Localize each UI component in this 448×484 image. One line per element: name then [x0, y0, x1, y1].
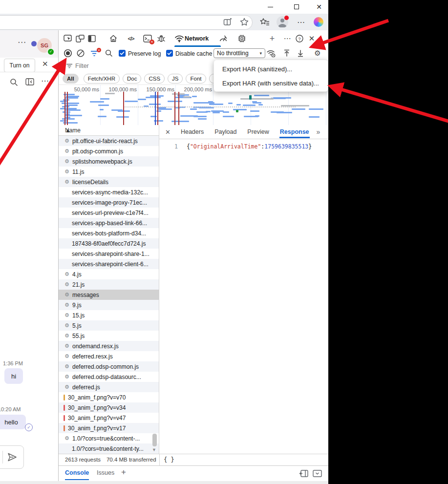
details-tab-payload[interactable]: Payload — [214, 126, 237, 138]
copilot-icon[interactable] — [314, 17, 323, 27]
dismiss-banner-icon[interactable]: ✕ — [42, 60, 48, 68]
clear-icon[interactable] — [77, 49, 85, 58]
more-tabs-icon[interactable]: » — [317, 128, 320, 136]
menu-item[interactable]: Export HAR (with sensitive data)... — [214, 76, 328, 90]
browser-more-icon[interactable]: ⋯ — [297, 18, 305, 27]
favorite-star-icon[interactable] — [240, 18, 249, 26]
memory-chip-icon[interactable] — [237, 34, 246, 43]
message-input[interactable] — [0, 445, 24, 469]
type-filter-chip[interactable]: Fetch/XHR — [84, 74, 120, 84]
table-row[interactable]: ⚙plt.office-ui-fabric-react.js — [59, 136, 159, 146]
turn-on-button[interactable]: Turn on — [4, 59, 35, 72]
device-emulation-icon[interactable] — [76, 35, 85, 42]
add-drawer-tab-icon[interactable]: + — [121, 467, 126, 477]
table-row[interactable]: ⚙licenseDetails — [59, 177, 159, 187]
elements-tab-icon[interactable]: </> — [128, 36, 134, 42]
table-row[interactable]: ⚙splistshomewebpack.js — [59, 156, 159, 167]
activity-bar-icon[interactable] — [88, 35, 96, 42]
export-har-icon[interactable] — [297, 49, 304, 57]
close-devtools-icon[interactable]: ✕ — [309, 34, 315, 43]
chat-search-icon[interactable] — [10, 78, 18, 86]
help-icon[interactable]: ? — [296, 35, 304, 43]
disable-cache-label[interactable]: Disable cache — [175, 50, 212, 57]
table-row[interactable]: ⚙5.js — [59, 320, 159, 331]
close-details-icon[interactable]: ✕ — [165, 128, 171, 136]
table-row[interactable]: services-app-based-link-66... — [59, 218, 159, 228]
table-row[interactable]: ⚙deferred.resx.js — [59, 351, 159, 361]
table-row[interactable]: ⚙21.js — [59, 279, 159, 290]
preserve-log-label[interactable]: Preserve log — [128, 50, 161, 57]
type-filter-chip[interactable]: Doc — [123, 74, 141, 84]
format-response-button[interactable]: { } — [159, 454, 174, 466]
debugger-icon[interactable] — [157, 35, 166, 42]
name-column-header[interactable]: Name ▲ — [59, 125, 159, 136]
table-row[interactable]: ⚙11.js — [59, 167, 159, 177]
type-filter-chip[interactable]: Font — [186, 74, 206, 84]
details-tab-headers[interactable]: Headers — [180, 126, 204, 138]
table-row[interactable]: ⚙9.js — [59, 300, 159, 310]
type-filter-chip[interactable]: CSS — [144, 74, 165, 84]
table-row[interactable]: 30_anim_f.png?v=v47 — [59, 413, 159, 423]
welcome-home-icon[interactable] — [109, 35, 118, 42]
performance-icon[interactable] — [219, 35, 228, 42]
filter-input[interactable]: Filter — [75, 63, 89, 69]
devtools-more-icon[interactable]: ⋯ — [284, 34, 291, 43]
address-bar[interactable] — [0, 15, 253, 30]
tab-console[interactable]: Console — [65, 469, 89, 480]
minimize-button[interactable] — [263, 1, 277, 13]
table-row[interactable]: services-image-proxy-71ec... — [59, 197, 159, 208]
table-row[interactable]: ⚙deferred.odsp-common.js — [59, 361, 159, 372]
table-row[interactable]: 30_anim_f.png?v=v17 — [59, 423, 159, 433]
import-har-icon[interactable] — [283, 49, 290, 57]
type-filter-chip[interactable]: JS — [168, 74, 183, 84]
chat-message[interactable]: hello — [0, 415, 26, 429]
network-search-icon[interactable] — [105, 49, 113, 57]
table-row[interactable]: 187438-6f0aef0fecc7d724.js — [59, 238, 159, 249]
table-row[interactable]: ⚙ondemand.resx.js — [59, 341, 159, 351]
dock-side-icon[interactable] — [299, 470, 308, 477]
table-row[interactable]: ⚙plt.odsp-common.js — [59, 146, 159, 156]
table-row[interactable]: services-sharepoint-share-1... — [59, 249, 159, 259]
table-row[interactable]: 1.0/?cors=true&content-ty... — [59, 443, 159, 454]
type-filter-chip[interactable]: All — [63, 74, 79, 84]
table-row[interactable]: 30_anim_f.png?v=v34 — [59, 402, 159, 413]
chat-more-icon[interactable]: ⋯ — [41, 76, 49, 85]
preserve-log-checkbox[interactable] — [119, 50, 126, 57]
profile-avatar[interactable] — [277, 16, 288, 28]
gear-icon: ⚙ — [64, 281, 71, 288]
table-row[interactable]: 30_anim_f.png?v=v70 — [59, 392, 159, 402]
table-row[interactable]: ⚙4.js — [59, 269, 159, 279]
menu-item[interactable]: Export HAR (sanitized)... — [214, 62, 328, 76]
collapse-drawer-icon[interactable] — [313, 470, 322, 477]
scrollbar-thumb[interactable] — [152, 434, 157, 446]
table-row[interactable]: ⚙15.js — [59, 310, 159, 320]
network-conditions-icon[interactable] — [266, 49, 276, 58]
open-pane-icon[interactable] — [25, 78, 34, 85]
record-icon[interactable] — [64, 49, 72, 58]
table-row[interactable]: ⚙55.js — [59, 331, 159, 341]
network-settings-gear-icon[interactable]: ⚙ — [314, 49, 320, 58]
throttling-dropdown[interactable]: No throttling ▾ — [213, 48, 265, 58]
chat-header-more-icon[interactable]: ⋯ — [18, 37, 26, 47]
scroll-down-icon[interactable]: ▼ — [152, 447, 156, 452]
tab-issues[interactable]: Issues — [97, 469, 114, 476]
close-window-button[interactable]: ✕ — [312, 1, 326, 13]
restore-button[interactable] — [289, 1, 304, 13]
table-row[interactable]: ⚙deferred.odsp-datasourc... — [59, 372, 159, 382]
table-row[interactable]: services-url-preview-c1e7f4... — [59, 208, 159, 218]
split-screen-icon[interactable] — [223, 18, 232, 26]
table-row[interactable]: services-bots-platform-d34... — [59, 228, 159, 238]
table-row[interactable]: services-sharepoint-client-6... — [59, 259, 159, 269]
disable-cache-checkbox[interactable] — [166, 50, 173, 57]
table-row[interactable]: ⚙deferred.js — [59, 382, 159, 392]
chat-message[interactable]: hi — [4, 368, 23, 384]
send-icon[interactable] — [6, 451, 18, 463]
details-tab-response[interactable]: Response — [279, 126, 310, 138]
inspect-icon[interactable] — [64, 35, 72, 42]
table-row[interactable]: ⚙messages — [59, 290, 159, 300]
table-row[interactable]: ⚙1.0/?cors=true&content-... — [59, 433, 159, 443]
details-tab-preview[interactable]: Preview — [247, 126, 269, 138]
favorites-list-icon[interactable] — [260, 18, 270, 26]
add-tab-icon[interactable]: + — [270, 34, 275, 44]
table-row[interactable]: services-async-media-132c... — [59, 187, 159, 197]
